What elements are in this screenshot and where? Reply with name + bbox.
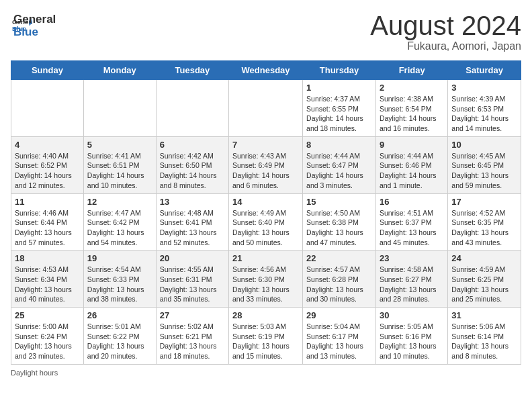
logo: General Blue General Blue	[11, 11, 56, 38]
day-number: 4	[15, 140, 80, 150]
day-info: Sunrise: 4:59 AM Sunset: 6:25 PM Dayligh…	[451, 265, 517, 304]
day-number: 19	[87, 253, 152, 263]
day-info: Sunrise: 5:01 AM Sunset: 6:22 PM Dayligh…	[87, 322, 152, 361]
day-info: Sunrise: 4:43 AM Sunset: 6:49 PM Dayligh…	[232, 151, 299, 191]
calendar-cell: 21Sunrise: 4:56 AM Sunset: 6:30 PM Dayli…	[229, 250, 303, 308]
calendar-cell: 2Sunrise: 4:38 AM Sunset: 6:54 PM Daylig…	[375, 80, 447, 137]
calendar-week-row: 11Sunrise: 4:46 AM Sunset: 6:44 PM Dayli…	[11, 193, 521, 250]
day-info: Sunrise: 4:51 AM Sunset: 6:37 PM Dayligh…	[380, 208, 444, 248]
day-number: 31	[451, 310, 517, 320]
day-info: Sunrise: 5:04 AM Sunset: 6:17 PM Dayligh…	[306, 322, 372, 361]
calendar-cell: 1Sunrise: 4:37 AM Sunset: 6:55 PM Daylig…	[303, 80, 376, 137]
day-number: 8	[306, 140, 372, 150]
calendar-cell: 20Sunrise: 4:55 AM Sunset: 6:31 PM Dayli…	[156, 250, 228, 308]
day-number: 23	[380, 253, 444, 263]
day-number: 17	[451, 197, 517, 207]
day-number: 13	[160, 197, 225, 207]
calendar-cell	[83, 80, 156, 137]
day-info: Sunrise: 4:56 AM Sunset: 6:30 PM Dayligh…	[232, 265, 299, 304]
calendar-cell: 22Sunrise: 4:57 AM Sunset: 6:28 PM Dayli…	[303, 250, 376, 308]
location-subtitle: Fukaura, Aomori, Japan	[370, 40, 521, 52]
day-of-week-header: Saturday	[448, 61, 521, 80]
day-info: Sunrise: 4:53 AM Sunset: 6:34 PM Dayligh…	[15, 265, 80, 304]
calendar-header-row: SundayMondayTuesdayWednesdayThursdayFrid…	[11, 61, 521, 80]
day-number: 24	[451, 253, 517, 263]
day-info: Sunrise: 4:44 AM Sunset: 6:47 PM Dayligh…	[306, 151, 372, 191]
calendar-cell: 26Sunrise: 5:01 AM Sunset: 6:22 PM Dayli…	[83, 308, 156, 365]
calendar-cell: 11Sunrise: 4:46 AM Sunset: 6:44 PM Dayli…	[11, 193, 84, 250]
day-number: 29	[306, 310, 372, 320]
day-of-week-header: Sunday	[11, 61, 84, 80]
calendar-cell: 25Sunrise: 5:00 AM Sunset: 6:24 PM Dayli…	[11, 308, 84, 365]
day-number: 30	[380, 310, 444, 320]
day-number: 9	[380, 140, 444, 150]
calendar-cell: 24Sunrise: 4:59 AM Sunset: 6:25 PM Dayli…	[448, 250, 521, 308]
day-number: 7	[232, 140, 299, 150]
day-info: Sunrise: 5:03 AM Sunset: 6:19 PM Dayligh…	[232, 322, 299, 361]
title-area: August 2024 Fukaura, Aomori, Japan	[370, 11, 521, 52]
calendar-cell: 3Sunrise: 4:39 AM Sunset: 6:53 PM Daylig…	[448, 80, 521, 137]
day-number: 6	[160, 140, 225, 150]
calendar-cell: 16Sunrise: 4:51 AM Sunset: 6:37 PM Dayli…	[375, 193, 447, 250]
calendar-cell	[229, 80, 303, 137]
day-info: Sunrise: 4:46 AM Sunset: 6:44 PM Dayligh…	[15, 208, 80, 248]
calendar-week-row: 25Sunrise: 5:00 AM Sunset: 6:24 PM Dayli…	[11, 308, 521, 365]
month-year-title: August 2024	[370, 11, 521, 40]
day-info: Sunrise: 4:50 AM Sunset: 6:38 PM Dayligh…	[306, 208, 372, 248]
calendar-cell: 31Sunrise: 5:06 AM Sunset: 6:14 PM Dayli…	[448, 308, 521, 365]
calendar-cell: 7Sunrise: 4:43 AM Sunset: 6:49 PM Daylig…	[229, 136, 303, 193]
day-number: 27	[160, 310, 225, 320]
calendar-cell: 12Sunrise: 4:47 AM Sunset: 6:42 PM Dayli…	[83, 193, 156, 250]
day-info: Sunrise: 4:55 AM Sunset: 6:31 PM Dayligh…	[160, 265, 225, 304]
day-info: Sunrise: 4:47 AM Sunset: 6:42 PM Dayligh…	[87, 208, 152, 248]
calendar-cell: 5Sunrise: 4:41 AM Sunset: 6:51 PM Daylig…	[83, 136, 156, 193]
day-info: Sunrise: 4:42 AM Sunset: 6:50 PM Dayligh…	[160, 151, 225, 191]
calendar-cell: 8Sunrise: 4:44 AM Sunset: 6:47 PM Daylig…	[303, 136, 376, 193]
day-number: 12	[87, 197, 152, 207]
calendar-cell: 30Sunrise: 5:05 AM Sunset: 6:16 PM Dayli…	[375, 308, 447, 365]
day-info: Sunrise: 5:06 AM Sunset: 6:14 PM Dayligh…	[451, 322, 517, 361]
day-number: 25	[15, 310, 80, 320]
logo-general: General	[13, 13, 56, 26]
day-info: Sunrise: 4:40 AM Sunset: 6:52 PM Dayligh…	[15, 151, 80, 191]
calendar-cell: 29Sunrise: 5:04 AM Sunset: 6:17 PM Dayli…	[303, 308, 376, 365]
day-info: Sunrise: 5:00 AM Sunset: 6:24 PM Dayligh…	[15, 322, 80, 361]
day-number: 21	[232, 253, 299, 263]
day-number: 2	[380, 83, 444, 93]
day-info: Sunrise: 4:37 AM Sunset: 6:55 PM Dayligh…	[306, 94, 372, 134]
day-number: 1	[306, 83, 372, 93]
day-info: Sunrise: 4:39 AM Sunset: 6:53 PM Dayligh…	[451, 94, 517, 134]
day-number: 22	[306, 253, 372, 263]
day-of-week-header: Thursday	[303, 61, 376, 80]
calendar-cell: 27Sunrise: 5:02 AM Sunset: 6:21 PM Dayli…	[156, 308, 228, 365]
day-info: Sunrise: 4:45 AM Sunset: 6:45 PM Dayligh…	[451, 151, 517, 191]
calendar-cell: 9Sunrise: 4:44 AM Sunset: 6:46 PM Daylig…	[375, 136, 447, 193]
calendar-cell: 13Sunrise: 4:48 AM Sunset: 6:41 PM Dayli…	[156, 193, 228, 250]
day-number: 16	[380, 197, 444, 207]
day-info: Sunrise: 4:52 AM Sunset: 6:35 PM Dayligh…	[451, 208, 517, 248]
day-info: Sunrise: 4:54 AM Sunset: 6:33 PM Dayligh…	[87, 265, 152, 304]
day-info: Sunrise: 4:58 AM Sunset: 6:27 PM Dayligh…	[380, 265, 444, 304]
calendar-week-row: 18Sunrise: 4:53 AM Sunset: 6:34 PM Dayli…	[11, 250, 521, 308]
calendar-cell: 15Sunrise: 4:50 AM Sunset: 6:38 PM Dayli…	[303, 193, 376, 250]
calendar-cell	[156, 80, 228, 137]
day-number: 20	[160, 253, 225, 263]
header: General Blue General Blue August 2024 Fu…	[11, 11, 521, 52]
calendar-table: SundayMondayTuesdayWednesdayThursdayFrid…	[11, 60, 521, 365]
day-of-week-header: Wednesday	[229, 61, 303, 80]
calendar-cell: 10Sunrise: 4:45 AM Sunset: 6:45 PM Dayli…	[448, 136, 521, 193]
calendar-cell: 23Sunrise: 4:58 AM Sunset: 6:27 PM Dayli…	[375, 250, 447, 308]
day-number: 5	[87, 140, 152, 150]
calendar-cell: 19Sunrise: 4:54 AM Sunset: 6:33 PM Dayli…	[83, 250, 156, 308]
day-of-week-header: Monday	[83, 61, 156, 80]
day-number: 26	[87, 310, 152, 320]
day-info: Sunrise: 4:41 AM Sunset: 6:51 PM Dayligh…	[87, 151, 152, 191]
calendar-cell: 14Sunrise: 4:49 AM Sunset: 6:40 PM Dayli…	[229, 193, 303, 250]
day-number: 11	[15, 197, 80, 207]
day-info: Sunrise: 5:02 AM Sunset: 6:21 PM Dayligh…	[160, 322, 225, 361]
day-info: Sunrise: 4:38 AM Sunset: 6:54 PM Dayligh…	[380, 94, 444, 134]
day-of-week-header: Tuesday	[156, 61, 228, 80]
day-number: 10	[451, 140, 517, 150]
day-info: Sunrise: 4:48 AM Sunset: 6:41 PM Dayligh…	[160, 208, 225, 248]
day-number: 14	[232, 197, 299, 207]
